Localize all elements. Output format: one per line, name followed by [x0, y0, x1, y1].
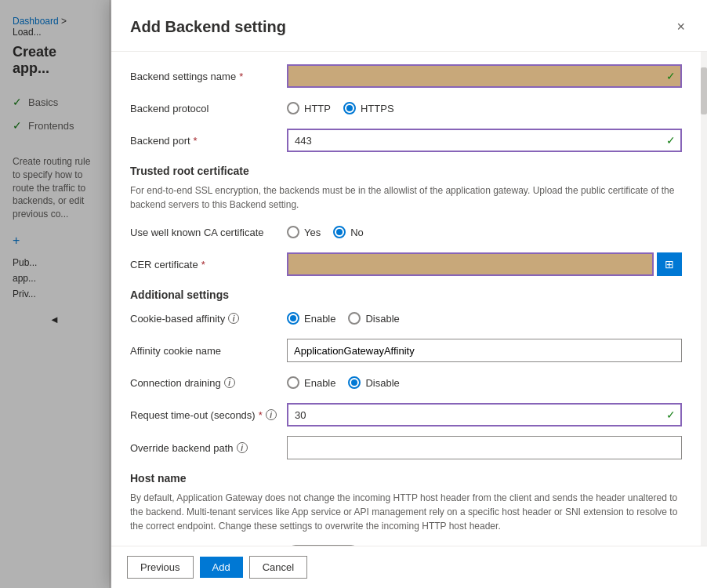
- well-known-yes-radio[interactable]: [287, 226, 299, 238]
- connection-draining-control: Enable Disable: [287, 376, 682, 389]
- affinity-cookie-name-label: Affinity cookie name: [130, 345, 287, 357]
- scrollbar-thumb: [701, 67, 707, 114]
- close-button[interactable]: ×: [673, 16, 688, 38]
- cookie-affinity-row: Cookie-based affinity i Enable: [130, 307, 682, 329]
- well-known-yes-option[interactable]: Yes: [287, 226, 321, 238]
- cer-cert-input[interactable]: [287, 252, 654, 276]
- previous-button[interactable]: Previous: [127, 556, 194, 579]
- bottom-bar: Previous Add Cancel: [111, 546, 707, 588]
- cookie-disable-radio[interactable]: [348, 312, 361, 325]
- cookie-enable-label: Enable: [304, 313, 335, 325]
- cookie-disable-option[interactable]: Disable: [348, 312, 399, 325]
- connection-draining-label: Connection draining i: [130, 377, 287, 389]
- backend-port-label: Backend port *: [130, 135, 287, 147]
- draining-enable-option[interactable]: Enable: [287, 376, 335, 389]
- protocol-https-radio[interactable]: [343, 102, 356, 114]
- backend-settings-name-row: Backend settings name * ✓: [130, 64, 682, 88]
- protocol-http-option[interactable]: HTTP: [287, 102, 331, 114]
- cer-cert-row: CER certificate * ⊞: [130, 252, 682, 276]
- cookie-disable-label: Disable: [365, 313, 399, 325]
- draining-enable-radio[interactable]: [287, 376, 299, 389]
- cookie-affinity-radio-group: Enable Disable: [287, 312, 682, 325]
- modal-header: Add Backend setting ×: [111, 0, 707, 52]
- protocol-https-label: HTTPS: [361, 103, 394, 114]
- modal-inner: Backend settings name * ✓ Backend protoc…: [111, 52, 707, 546]
- cookie-affinity-info-icon[interactable]: i: [228, 313, 239, 324]
- modal-overlay: Add Backend setting × Backend settings n…: [0, 0, 707, 588]
- cer-required-star: *: [201, 259, 205, 270]
- check-icon: ✓: [666, 70, 676, 82]
- additional-settings-heading: Additional settings: [130, 289, 682, 301]
- timeout-check-icon: ✓: [666, 408, 676, 421]
- override-backend-path-input[interactable]: [287, 436, 682, 459]
- required-star: *: [239, 71, 243, 82]
- cancel-button[interactable]: Cancel: [249, 556, 307, 579]
- draining-disable-radio[interactable]: [348, 376, 361, 389]
- well-known-no-radio[interactable]: [333, 226, 346, 238]
- cookie-affinity-control: Enable Disable: [287, 312, 682, 325]
- use-well-known-ca-label: Use well known CA certificate: [130, 227, 287, 238]
- port-check-icon: ✓: [666, 134, 676, 147]
- override-backend-path-control: [287, 436, 682, 459]
- cookie-enable-option[interactable]: Enable: [287, 312, 335, 325]
- cer-cert-control: ⊞: [287, 252, 682, 276]
- backend-port-input[interactable]: [287, 129, 682, 152]
- protocol-http-radio[interactable]: [287, 102, 299, 114]
- request-timeout-label: Request time-out (seconds) * i: [130, 409, 287, 421]
- request-timeout-info-icon[interactable]: i: [266, 409, 277, 420]
- host-name-heading: Host name: [130, 472, 682, 485]
- request-timeout-control: ✓: [287, 403, 682, 426]
- backend-port-row: Backend port * ✓: [130, 129, 682, 152]
- modal: Add Backend setting × Backend settings n…: [111, 0, 707, 588]
- override-path-info-icon[interactable]: i: [237, 442, 248, 453]
- backend-protocol-control: HTTP HTTPS: [287, 102, 682, 114]
- protocol-https-option[interactable]: HTTPS: [343, 102, 394, 114]
- protocol-radio-group: HTTP HTTPS: [287, 102, 682, 114]
- draining-enable-label: Enable: [304, 377, 335, 389]
- page-wrapper: Dashboard > Load... Create app... ✓ Basi…: [0, 0, 707, 588]
- backend-settings-name-input[interactable]: [287, 64, 682, 88]
- backend-port-control: ✓: [287, 129, 682, 152]
- protocol-http-label: HTTP: [304, 103, 331, 114]
- cookie-affinity-label: Cookie-based affinity i: [130, 313, 287, 325]
- draining-disable-label: Disable: [365, 377, 399, 389]
- draining-disable-option[interactable]: Disable: [348, 376, 399, 389]
- well-known-yes-label: Yes: [304, 227, 321, 238]
- backend-settings-name-label: Backend settings name *: [130, 71, 287, 82]
- use-well-known-ca-row: Use well known CA certificate Yes: [130, 221, 682, 243]
- backend-settings-name-control: ✓: [287, 64, 682, 88]
- request-timeout-input[interactable]: [287, 403, 682, 426]
- port-required-star: *: [194, 135, 198, 147]
- cookie-enable-radio[interactable]: [287, 312, 299, 325]
- well-known-no-label: No: [350, 227, 364, 238]
- override-backend-path-label: Override backend path i: [130, 442, 287, 454]
- affinity-cookie-name-input[interactable]: [287, 339, 682, 362]
- affinity-cookie-name-row: Affinity cookie name: [130, 339, 682, 362]
- request-timeout-row: Request time-out (seconds) * i ✓: [130, 403, 682, 426]
- override-backend-path-row: Override backend path i: [130, 436, 682, 459]
- modal-scrollbar[interactable]: [701, 52, 707, 546]
- connection-draining-row: Connection draining i Enable: [130, 372, 682, 394]
- modal-title: Add Backend setting: [130, 18, 286, 36]
- trusted-root-cert-desc: For end-to-end SSL encryption, the backe…: [130, 183, 682, 212]
- connection-draining-radio-group: Enable Disable: [287, 376, 682, 389]
- backend-protocol-label: Backend protocol: [130, 103, 287, 114]
- host-name-desc: By default, Application Gateway does not…: [130, 491, 682, 533]
- cer-input-wrap: ⊞: [287, 252, 682, 276]
- modal-body: Backend settings name * ✓ Backend protoc…: [111, 52, 701, 546]
- use-well-known-ca-control: Yes No: [287, 226, 682, 238]
- trusted-root-cert-heading: Trusted root certificate: [130, 165, 682, 177]
- cer-upload-button[interactable]: ⊞: [657, 252, 682, 276]
- well-known-ca-radio-group: Yes No: [287, 226, 682, 238]
- affinity-cookie-name-control: [287, 339, 682, 362]
- well-known-no-option[interactable]: No: [333, 226, 364, 238]
- backend-protocol-row: Backend protocol HTTP HTTPS: [130, 97, 682, 119]
- timeout-required-star: *: [259, 409, 263, 421]
- connection-draining-info-icon[interactable]: i: [224, 377, 235, 388]
- add-button[interactable]: Add: [200, 557, 243, 578]
- cer-cert-label: CER certificate *: [130, 259, 287, 270]
